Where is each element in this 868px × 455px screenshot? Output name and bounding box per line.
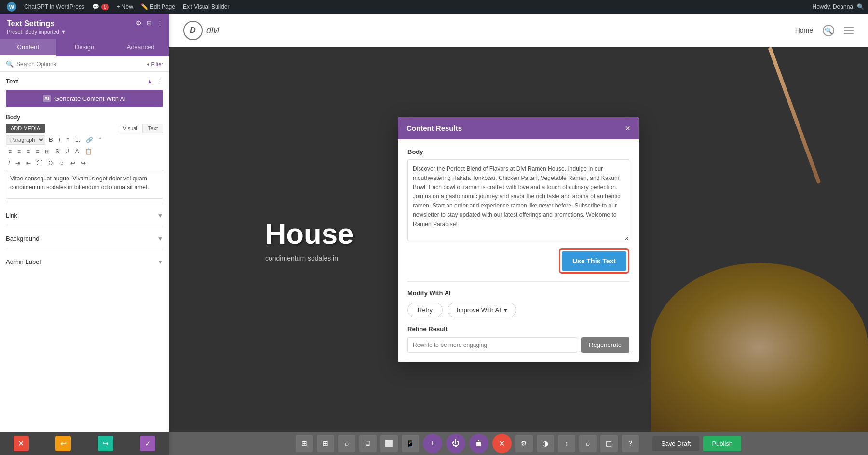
stats-icon-button[interactable]: ↕ <box>558 435 575 452</box>
search-icon-button[interactable]: ⌕ <box>338 435 355 452</box>
add-media-button[interactable]: ADD MEDIA <box>6 124 45 133</box>
editor-toolbar-row3: ≡ ≡ ≡ ≡ ⊞ S U A 📋 <box>6 147 163 156</box>
text-section-collapse[interactable]: ▲ <box>147 78 153 85</box>
tab-content[interactable]: Content <box>0 39 56 56</box>
quote-button[interactable]: " <box>96 135 103 145</box>
check-icon: ✓ <box>145 439 151 448</box>
main-layout: Text Settings Preset: Body imported ▼ ⚙ … <box>0 14 868 455</box>
check-button[interactable]: ✓ <box>140 436 155 451</box>
filter-button[interactable]: + Filter <box>147 61 163 67</box>
strikethrough-button[interactable]: S <box>53 147 62 156</box>
color-button[interactable]: A <box>73 147 81 156</box>
search-icon[interactable]: 🔍 <box>857 3 864 10</box>
undo-button[interactable]: ↩ <box>55 436 71 451</box>
admin-label-section-header[interactable]: Admin Label ▼ <box>6 255 163 268</box>
power-circle-button[interactable]: ⏻ <box>446 434 465 453</box>
close-icon: ✕ <box>18 439 24 448</box>
align-left-button[interactable]: ≡ <box>6 147 14 156</box>
retry-button[interactable]: Retry <box>407 303 443 317</box>
new-item[interactable]: + New <box>114 0 136 14</box>
modify-label: Modify With AI <box>407 290 629 297</box>
editor-toolbar-row4: I ⇥ ⇤ ⛶ Ω ☺ ↩ ↪ <box>6 158 163 168</box>
search-input[interactable] <box>16 61 144 68</box>
grid-icon-button[interactable]: ⊞ <box>317 435 334 452</box>
modal-overlay: Content Results × Body Discover the Perf… <box>169 47 868 432</box>
paste-button[interactable]: 📋 <box>82 147 95 156</box>
site-name-item[interactable]: ChatGPT in WordPress <box>21 0 87 14</box>
zoom-icon-button[interactable]: ⌕ <box>579 435 597 452</box>
cancel-circle-button[interactable]: ✕ <box>492 434 512 453</box>
publish-button[interactable]: Publish <box>703 436 741 451</box>
undo-button[interactable]: ↩ <box>68 158 78 168</box>
link-section-header[interactable]: Link ▼ <box>6 209 163 222</box>
use-this-text-button[interactable]: Use This Text <box>562 251 626 271</box>
comment-icon: 💬 <box>92 3 99 10</box>
improve-button[interactable]: Improve With AI ▾ <box>448 303 516 317</box>
editor-content: Vitae consequat augue. Vivamus eget dolo… <box>10 174 159 192</box>
logo-circle: D <box>183 21 203 40</box>
tab-advanced[interactable]: Advanced <box>112 39 169 56</box>
link-button[interactable]: 🔗 <box>83 135 95 145</box>
indent-button[interactable]: ⇥ <box>13 158 23 168</box>
refine-input[interactable] <box>407 337 577 353</box>
text-section-more[interactable]: ⋮ <box>157 78 163 85</box>
body-label: Body <box>6 114 163 121</box>
sidebar-search: 🔍 + Filter <box>0 56 169 72</box>
visual-tab[interactable]: Visual <box>118 124 143 133</box>
exit-builder-item[interactable]: Exit Visual Builder <box>180 0 232 14</box>
close-button[interactable]: ✕ <box>14 436 29 451</box>
tab-design[interactable]: Design <box>56 39 113 56</box>
trash-circle-button[interactable]: 🗑 <box>469 434 488 453</box>
modal-close-button[interactable]: × <box>625 124 630 133</box>
split-icon-button[interactable]: ⬜ <box>380 435 398 452</box>
edit-page-item[interactable]: ✏️ Edit Page <box>138 0 178 14</box>
sidebar-header-icons: ⚙ ⊞ ⋮ <box>136 19 163 27</box>
editor-area[interactable]: Vitae consequat augue. Vivamus eget dolo… <box>6 170 163 199</box>
modal-title: Content Results <box>407 124 462 132</box>
nav-search-icon[interactable]: 🔍 <box>823 25 834 36</box>
add-circle-button[interactable]: + <box>423 434 442 453</box>
help-icon-button[interactable]: ? <box>622 435 639 452</box>
settings-icon[interactable]: ⚙ <box>136 19 142 27</box>
comment-count-item[interactable]: 💬 0 <box>89 0 112 14</box>
admin-label-section: Admin Label ▼ <box>6 250 163 268</box>
hamburger-menu[interactable] <box>844 27 854 34</box>
regenerate-button[interactable]: Regenerate <box>581 337 629 353</box>
redo-button[interactable]: ↪ <box>79 158 88 168</box>
background-section-header[interactable]: Background ▼ <box>6 232 163 245</box>
align-justify-button[interactable]: ≡ <box>33 147 41 156</box>
paragraph-select[interactable]: Paragraph <box>6 135 45 145</box>
redo-button[interactable]: ↪ <box>98 436 113 451</box>
align-right-button[interactable]: ≡ <box>24 147 32 156</box>
omega-button[interactable]: Ω <box>46 158 55 168</box>
sidebar-tabs: Content Design Advanced <box>0 39 169 56</box>
layout-icon-button[interactable]: ⊞ <box>296 435 313 452</box>
text-tab[interactable]: Text <box>143 124 163 133</box>
hero-section: House condimentum sodales in Content Res… <box>169 47 868 432</box>
italic-button[interactable]: I <box>56 135 63 145</box>
underline-button[interactable]: U <box>63 147 72 156</box>
outdent-button[interactable]: ⇤ <box>24 158 33 168</box>
undo-icon: ↩ <box>60 439 67 448</box>
grid-icon[interactable]: ⊞ <box>147 19 152 27</box>
result-textarea[interactable]: Discover the Perfect Blend of Flavors at… <box>407 159 629 241</box>
bold-button[interactable]: B <box>46 135 55 145</box>
align-center-button[interactable]: ≡ <box>15 147 23 156</box>
more-icon[interactable]: ⋮ <box>157 19 163 27</box>
clock-icon-button[interactable]: ◑ <box>537 435 554 452</box>
generate-ai-button[interactable]: AI Generate Content With AI <box>6 90 163 107</box>
italic2-button[interactable]: I <box>6 158 12 168</box>
ol-button[interactable]: 1. <box>73 135 82 145</box>
mobile-icon-button[interactable]: 📱 <box>402 435 419 452</box>
fullscreen-button[interactable]: ⛶ <box>34 158 45 168</box>
settings-icon-button[interactable]: ⚙ <box>515 435 533 452</box>
nav-home[interactable]: Home <box>795 27 813 34</box>
desktop-icon-button[interactable]: 🖥 <box>359 435 377 452</box>
ul-button[interactable]: ≡ <box>64 135 72 145</box>
emoji-button[interactable]: ☺ <box>56 158 67 168</box>
table-button[interactable]: ⊞ <box>42 147 52 156</box>
layers-icon-button[interactable]: ◫ <box>600 435 618 452</box>
sidebar-preset[interactable]: Preset: Body imported ▼ <box>7 29 162 35</box>
save-draft-button[interactable]: Save Draft <box>652 436 699 451</box>
wp-logo-item[interactable]: W <box>4 0 19 14</box>
